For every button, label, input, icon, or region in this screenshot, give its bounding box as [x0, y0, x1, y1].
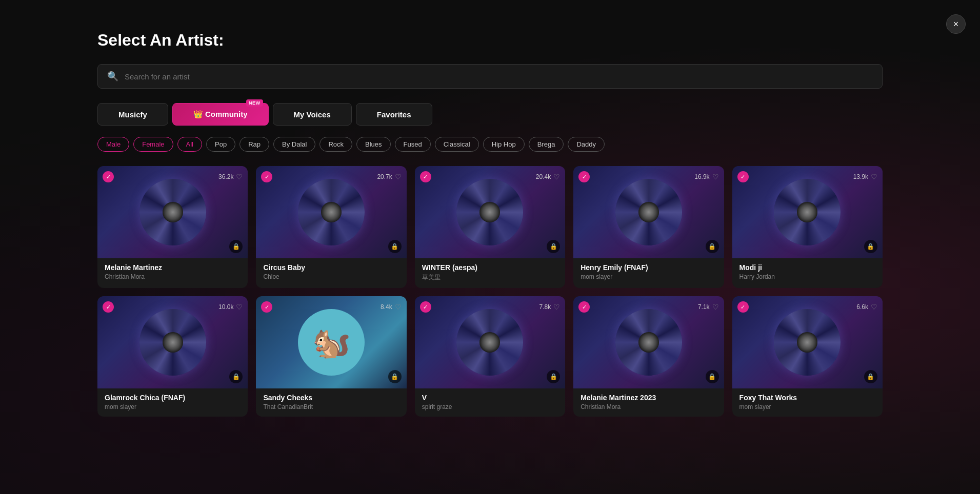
new-badge: NEW [246, 99, 263, 107]
artists-grid: ✓ 36.2k ♡ 🔒 Melanie Martinez Christian M… [97, 166, 883, 417]
filter-daddy[interactable]: Daddy [568, 137, 605, 152]
heart-icon: ♡ [395, 173, 402, 181]
artist-card[interactable]: ✓ 7.8k ♡ 🔒 V spirit graze [415, 296, 565, 417]
artist-name: Henry Emily (FNAF) [581, 263, 716, 272]
card-image: ✓ 6.6k ♡ 🔒 [732, 296, 883, 388]
card-image: ✓ 36.2k ♡ 🔒 [97, 166, 248, 258]
likes-count: 10.0k ♡ [218, 303, 243, 311]
lock-icon: 🔒 [864, 240, 877, 253]
artist-card[interactable]: ✓ 20.7k ♡ 🔒 Circus Baby Chloe [256, 166, 406, 288]
artist-name: WINTER (aespa) [422, 263, 558, 272]
artist-name: Foxy That Works [739, 394, 875, 402]
filters-container: Male Female All Pop Rap By Dalal Rock Bl… [97, 137, 883, 152]
artist-card[interactable]: ✓ 20.4k ♡ 🔒 WINTER (aespa) 草美里 [415, 166, 565, 288]
artist-name: Melanie Martinez [105, 263, 241, 272]
artist-card[interactable]: ✓ 6.6k ♡ 🔒 Foxy That Works mom slayer [732, 296, 883, 417]
card-image: ✓ 20.7k ♡ 🔒 [256, 166, 406, 258]
likes-count: 36.2k ♡ [218, 173, 243, 181]
artist-name: Glamrock Chica (FNAF) [105, 394, 241, 402]
heart-icon: ♡ [236, 173, 243, 181]
card-image: ✓ 10.0k ♡ 🔒 [97, 296, 248, 388]
tabs-container: Musicfy 👑 Community NEW My Voices Favori… [97, 103, 883, 126]
artist-name: Circus Baby [263, 263, 399, 272]
filter-fused[interactable]: Fused [395, 137, 431, 152]
artist-card[interactable]: ✓ 10.0k ♡ 🔒 Glamrock Chica (FNAF) mom sl… [97, 296, 248, 417]
heart-icon: ♡ [395, 303, 402, 311]
lock-icon: 🔒 [388, 240, 402, 253]
artist-card[interactable]: ✓ 7.1k ♡ 🔒 Melanie Martinez 2023 Christi… [573, 296, 724, 417]
filter-pop[interactable]: Pop [206, 137, 235, 152]
card-image: ✓ 7.1k ♡ 🔒 [573, 296, 724, 388]
lock-icon: 🔒 [706, 240, 719, 253]
filter-classical[interactable]: Classical [435, 137, 479, 152]
card-image: ✓ 13.9k ♡ 🔒 [732, 166, 883, 258]
heart-icon: ♡ [553, 173, 560, 181]
artist-name: Sandy Cheeks [263, 394, 399, 402]
artist-creator: Chloe [263, 273, 399, 280]
heart-icon: ♡ [871, 303, 877, 311]
verified-icon: ✓ [737, 171, 749, 182]
artist-creator: spirit graze [422, 403, 558, 410]
heart-icon: ♡ [712, 173, 719, 181]
card-image: ✓ 20.4k ♡ 🔒 [415, 166, 565, 258]
tab-favorites[interactable]: Favorites [356, 103, 432, 126]
crown-icon: 👑 [193, 110, 205, 118]
search-bar: 🔍 [97, 64, 883, 89]
tab-musicfy[interactable]: Musicfy [97, 103, 168, 126]
artist-creator: Harry Jordan [739, 273, 875, 280]
likes-count: 6.6k ♡ [856, 303, 877, 311]
close-button[interactable]: × [946, 14, 966, 34]
artist-card[interactable]: 🐿️ ✓ 8.4k ♡ 🔒 Sandy Cheeks That Canadian… [256, 296, 406, 417]
heart-icon: ♡ [553, 303, 560, 311]
verified-icon: ✓ [103, 171, 114, 182]
lock-icon: 🔒 [864, 370, 877, 383]
filter-blues[interactable]: Blues [356, 137, 391, 152]
filter-all[interactable]: All [177, 137, 202, 152]
filter-hip-hop[interactable]: Hip Hop [483, 137, 525, 152]
filter-brega[interactable]: Brega [529, 137, 564, 152]
artist-creator: mom slayer [581, 273, 716, 280]
verified-icon: ✓ [420, 301, 431, 313]
artist-card[interactable]: ✓ 36.2k ♡ 🔒 Melanie Martinez Christian M… [97, 166, 248, 288]
page-title: Select An Artist: [97, 31, 883, 50]
tab-my-voices[interactable]: My Voices [273, 103, 352, 126]
filter-male[interactable]: Male [97, 137, 129, 152]
likes-count: 7.8k ♡ [539, 303, 561, 311]
artist-creator: mom slayer [105, 403, 241, 410]
likes-count: 13.9k ♡ [853, 173, 877, 181]
filter-by-dalal[interactable]: By Dalal [273, 137, 315, 152]
verified-icon: ✓ [578, 301, 590, 313]
verified-icon: ✓ [261, 301, 272, 313]
likes-count: 20.4k ♡ [536, 173, 560, 181]
lock-icon: 🔒 [547, 240, 560, 253]
lock-icon: 🔒 [388, 370, 402, 383]
likes-count: 16.9k ♡ [694, 173, 718, 181]
lock-icon: 🔒 [547, 370, 560, 383]
search-input[interactable] [125, 72, 873, 81]
character-image: 🐿️ [298, 309, 365, 376]
artist-card[interactable]: ✓ 13.9k ♡ 🔒 Modi ji Harry Jordan [732, 166, 883, 288]
likes-count: 8.4k ♡ [381, 303, 402, 311]
verified-icon: ✓ [578, 171, 590, 182]
artist-creator: Christian Mora [105, 273, 241, 280]
likes-count: 20.7k ♡ [377, 173, 401, 181]
lock-icon: 🔒 [706, 370, 719, 383]
artist-name: Melanie Martinez 2023 [581, 394, 716, 402]
tab-community[interactable]: 👑 Community NEW [172, 103, 269, 126]
filter-rap[interactable]: Rap [239, 137, 269, 152]
main-container: Select An Artist: 🔍 Musicfy 👑 Community … [0, 0, 980, 437]
heart-icon: ♡ [712, 303, 719, 311]
artist-card[interactable]: ✓ 16.9k ♡ 🔒 Henry Emily (FNAF) mom slaye… [573, 166, 724, 288]
verified-icon: ✓ [261, 171, 272, 182]
filter-rock[interactable]: Rock [319, 137, 352, 152]
verified-icon: ✓ [420, 171, 431, 182]
filter-female[interactable]: Female [133, 137, 173, 152]
card-image: 🐿️ ✓ 8.4k ♡ 🔒 [256, 296, 406, 388]
search-icon: 🔍 [107, 71, 118, 82]
likes-count: 7.1k ♡ [698, 303, 719, 311]
artist-name: V [422, 394, 558, 402]
heart-icon: ♡ [871, 173, 877, 181]
card-image: ✓ 16.9k ♡ 🔒 [573, 166, 724, 258]
artist-creator: mom slayer [739, 403, 875, 410]
artist-creator: That CanadianBrit [263, 403, 399, 410]
